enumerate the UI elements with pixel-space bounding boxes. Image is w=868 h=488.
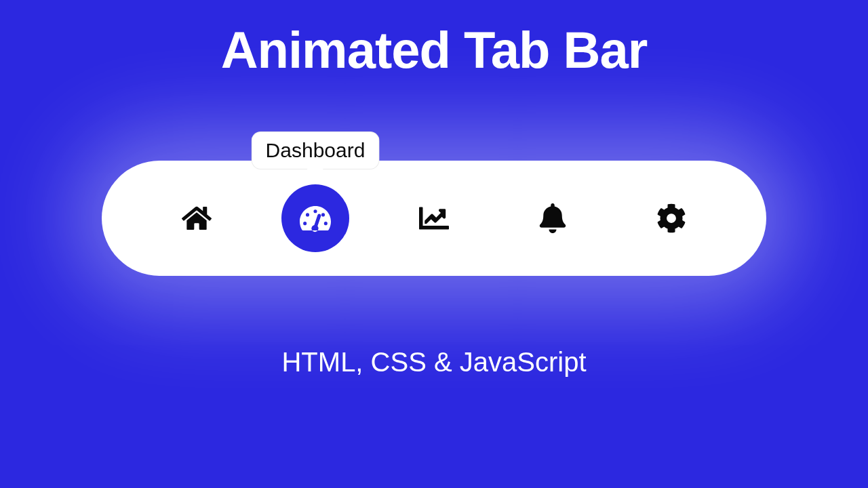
- tab-home[interactable]: [163, 184, 231, 252]
- tooltip-label: Dashboard: [266, 139, 366, 161]
- chart-icon: [419, 203, 449, 233]
- tab-analytics[interactable]: [400, 184, 468, 252]
- dashboard-icon: [300, 203, 331, 234]
- tab-notifications[interactable]: [519, 184, 587, 252]
- home-icon: [182, 203, 212, 233]
- tab-settings[interactable]: [637, 184, 705, 252]
- gear-icon: [656, 203, 686, 233]
- page-subtitle: HTML, CSS & JavaScript: [281, 347, 586, 378]
- bell-icon: [539, 203, 566, 233]
- tooltip: Dashboard: [252, 131, 380, 169]
- tab-dashboard[interactable]: Dashboard: [281, 184, 349, 252]
- tab-bar: Dashboard: [102, 161, 766, 276]
- page-title: Animated Tab Bar: [221, 20, 648, 79]
- tab-bar-container: Dashboard: [102, 161, 766, 276]
